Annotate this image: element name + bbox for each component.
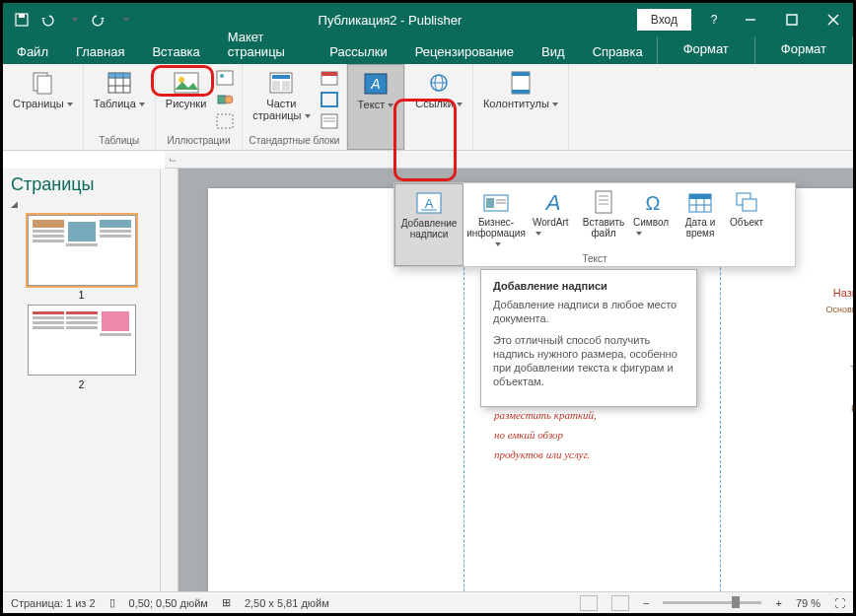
- headerfooter-button[interactable]: Колонтитулы: [479, 68, 562, 127]
- svg-rect-3: [787, 15, 797, 25]
- tab-mailings[interactable]: Рассылки: [316, 39, 400, 64]
- svg-rect-7: [37, 76, 51, 94]
- svg-rect-20: [217, 114, 233, 128]
- symbol-icon: Ω: [638, 189, 668, 215]
- svg-text:Ω: Ω: [646, 192, 661, 214]
- pages-sidebar: Страницы ◢ 1 2: [3, 169, 161, 591]
- svg-rect-1: [19, 14, 25, 18]
- help-icon[interactable]: ?: [699, 5, 729, 34]
- thumb-2-label: 2: [11, 379, 152, 390]
- tab-home[interactable]: Главная: [62, 39, 138, 64]
- svg-rect-58: [743, 199, 756, 211]
- ruler-horizontal[interactable]: ⌙: [165, 151, 853, 169]
- online-pictures-icon[interactable]: [214, 68, 236, 88]
- view-spread-icon[interactable]: [611, 595, 629, 611]
- login-button[interactable]: Вход: [637, 9, 691, 31]
- ribbon: Страницы Таблица Таблицы Рисунки Иллюс: [3, 64, 853, 151]
- text-button[interactable]: A Текст: [347, 64, 405, 150]
- ribbon-group-blocks: Части страницы Стандартные блоки: [243, 64, 346, 150]
- view-single-icon[interactable]: [580, 595, 598, 611]
- svg-rect-23: [272, 81, 280, 91]
- ribbon-group-headerfooter: Колонтитулы: [473, 64, 569, 150]
- tab-format-drawing[interactable]: Формат: [657, 36, 755, 64]
- borders-icon[interactable]: [319, 90, 340, 109]
- table-icon: [107, 70, 132, 96]
- ribbon-group-links: Ссылки: [405, 64, 473, 150]
- svg-rect-26: [321, 72, 337, 76]
- calendars-icon[interactable]: [319, 68, 340, 88]
- page-thumb-1[interactable]: [28, 215, 136, 286]
- ribbon-group-tables: Таблица Таблицы: [84, 64, 156, 150]
- tab-help[interactable]: Справка: [579, 39, 657, 64]
- org-info-block[interactable]: Название организации Основной адрес орга…: [826, 287, 853, 414]
- minimize-button[interactable]: [731, 5, 770, 34]
- qat-customize-icon[interactable]: [115, 11, 133, 29]
- titlebar: Публикация2 - Publisher Вход ?: [3, 3, 853, 36]
- status-position: 0,50; 0,50 дюйм: [129, 597, 208, 609]
- links-icon: [426, 70, 452, 96]
- zoom-fit-icon[interactable]: ⛶: [834, 597, 845, 609]
- tab-format-textbox[interactable]: Формат: [755, 36, 853, 64]
- zoom-out-button[interactable]: −: [643, 597, 649, 609]
- ads-icon[interactable]: [319, 111, 340, 131]
- page-parts-button[interactable]: Части страницы: [249, 68, 314, 127]
- thumb-1-label: 1: [11, 290, 152, 301]
- tab-view[interactable]: Вид: [528, 39, 579, 64]
- dropdown-group-label: Текст: [394, 253, 795, 264]
- sidebar-collapse-icon[interactable]: ◢: [11, 199, 152, 209]
- tab-file[interactable]: Файл: [3, 39, 62, 64]
- zoom-in-button[interactable]: +: [775, 597, 781, 609]
- undo-icon[interactable]: [38, 11, 56, 29]
- tooltip-p2: Это отличный способ получить надпись нуж…: [493, 333, 684, 388]
- tooltip: Добавление надписи Добавление надписи в …: [480, 269, 697, 407]
- tab-layout[interactable]: Макет страницы: [214, 25, 317, 64]
- tab-insert[interactable]: Вставка: [138, 39, 213, 64]
- svg-rect-13: [108, 73, 130, 78]
- maximize-button[interactable]: [772, 5, 812, 34]
- business-info-icon: [481, 189, 511, 215]
- ruler-vertical[interactable]: [161, 169, 178, 591]
- pages-button[interactable]: Страницы: [9, 68, 77, 127]
- ribbon-group-illustrations: Рисунки Иллюстрации: [156, 64, 244, 150]
- svg-rect-16: [217, 71, 233, 85]
- svg-rect-22: [272, 75, 290, 79]
- redo-icon[interactable]: [90, 11, 107, 29]
- zoom-level[interactable]: 79 %: [796, 597, 820, 609]
- pictures-button[interactable]: Рисунки: [162, 68, 211, 127]
- ribbon-tabs: Файл Главная Вставка Макет страницы Расс…: [3, 36, 853, 64]
- zoom-slider[interactable]: [663, 601, 761, 604]
- close-button[interactable]: [814, 5, 853, 34]
- svg-text:A: A: [425, 196, 434, 211]
- svg-point-15: [178, 77, 184, 83]
- insert-file-icon: [589, 189, 618, 215]
- table-button[interactable]: Таблица: [90, 68, 149, 127]
- svg-rect-24: [282, 81, 290, 91]
- tab-review[interactable]: Рецензирование: [401, 39, 528, 64]
- ribbon-group-text: A Текст: [347, 64, 406, 150]
- status-page[interactable]: Страница: 1 из 2: [11, 597, 96, 609]
- textbox-icon: A: [414, 190, 444, 216]
- undo-dropdown-icon[interactable]: [64, 11, 82, 29]
- date-time-icon: [685, 189, 715, 215]
- quick-access-toolbar: [3, 11, 143, 29]
- placeholder-icon[interactable]: [214, 111, 236, 131]
- svg-rect-53: [689, 194, 711, 199]
- pages-icon: [30, 70, 55, 96]
- window-controls: Вход ?: [637, 5, 853, 34]
- svg-rect-27: [321, 93, 337, 106]
- svg-point-19: [225, 96, 233, 103]
- page-thumb-2[interactable]: [28, 305, 136, 376]
- headerfooter-icon: [508, 70, 534, 96]
- save-icon[interactable]: [13, 11, 31, 29]
- text-dropdown-panel: A Добавление надписи Бизнес- информация …: [393, 182, 796, 267]
- links-button[interactable]: Ссылки: [411, 68, 466, 127]
- blocks-small-buttons: [319, 68, 340, 131]
- svg-rect-38: [512, 90, 530, 94]
- sidebar-title: Страницы: [11, 174, 152, 195]
- pictures-icon: [174, 70, 199, 96]
- shapes-icon[interactable]: [214, 90, 236, 109]
- page-parts-icon: [268, 70, 294, 96]
- status-size: 2,50 x 5,81 дюйм: [245, 597, 329, 609]
- ribbon-group-pages: Страницы: [3, 64, 84, 150]
- object-icon: [732, 189, 761, 215]
